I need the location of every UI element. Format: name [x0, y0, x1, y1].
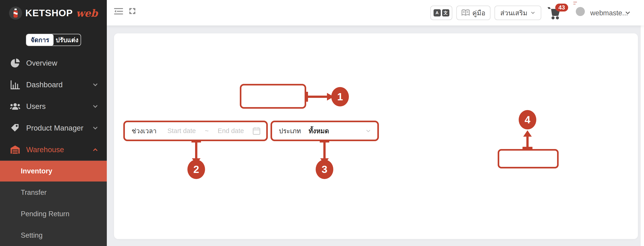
date-range-annotation-box: ช่วงเวลา Start date ~ End date — [123, 121, 268, 141]
topbar: A 文 คู่มือ ส่วนเสริม 43 ▪▪▪▪▪▪▪▪ webmast… — [107, 0, 644, 25]
sidebar-item-users[interactable]: Users — [0, 96, 107, 117]
toggle-customize[interactable]: ปรับแต่ง — [54, 34, 80, 45]
type-select-value: ทั้งหมด — [309, 126, 329, 136]
bar-chart-icon — [10, 80, 20, 90]
annotation-arrow-1-stem — [307, 96, 328, 98]
type-select[interactable]: ประเภท ทั้งหมด — [272, 122, 377, 140]
cart-badge: 43 — [555, 3, 568, 11]
username-label: webmaste... — [590, 9, 628, 17]
annotation-arrow-4-bar — [522, 147, 532, 149]
pie-chart-icon — [10, 58, 20, 68]
chevron-down-icon — [92, 125, 99, 131]
sidebar: KETSHOP web จัดการ ปรับแต่ง Overview Das… — [0, 0, 107, 246]
select-chevron-icon — [365, 128, 372, 134]
ketchup-bottle-icon — [9, 6, 22, 20]
sidebar-item-label: Inventory — [21, 167, 52, 175]
sidebar-item-transfer[interactable]: Transfer — [0, 182, 107, 203]
date-range-picker[interactable]: ช่วงเวลา Start date ~ End date — [125, 122, 266, 140]
user-menu-chevron-icon[interactable] — [624, 9, 631, 16]
sidebar-item-dashboard[interactable]: Dashboard — [0, 74, 107, 96]
sidebar-item-label: Dashboard — [26, 80, 62, 89]
sidebar-item-product-manager[interactable]: Product Manager — [0, 117, 107, 139]
sidebar-item-label: Users — [26, 102, 46, 111]
start-date-input[interactable]: Start date — [167, 127, 196, 135]
tag-icon — [10, 123, 20, 133]
sidebar-item-pending-return[interactable]: Pending Return — [0, 204, 107, 224]
sidebar-item-label: Setting — [21, 231, 43, 240]
type-label: ประเภท — [279, 126, 301, 136]
translate-icon: A — [434, 9, 441, 16]
menu-fold-icon[interactable] — [114, 6, 124, 16]
manual-button-label: คู่มือ — [472, 8, 486, 18]
warehouse-submenu: Inventory Transfer Pending Return Settin… — [0, 160, 107, 246]
sidebar-item-label: Pending Return — [21, 210, 69, 218]
brand-accent: web — [76, 7, 98, 19]
date-range-separator: ~ — [205, 127, 209, 135]
manual-button[interactable]: คู่มือ — [456, 6, 490, 20]
annotation-circle-1: 1 — [331, 87, 349, 106]
annotation-box-1 — [240, 84, 306, 109]
book-icon — [462, 9, 470, 16]
translate-icon-alt: 文 — [442, 9, 449, 16]
type-select-annotation-box: ประเภท ทั้งหมด — [270, 121, 379, 141]
chevron-down-icon — [92, 81, 99, 88]
annotation-circle-3: 3 — [316, 160, 333, 179]
annotation-circle-2: 2 — [188, 160, 205, 179]
date-range-label: ช่วงเวลา — [132, 126, 156, 136]
mode-toggle: จัดการ ปรับแต่ง — [26, 34, 81, 46]
sidebar-item-warehouse[interactable]: Warehouse — [0, 139, 107, 161]
users-icon — [10, 101, 20, 112]
annotation-arrow-2-stem — [195, 140, 197, 159]
sidebar-item-label: Warehouse — [26, 145, 64, 154]
end-date-input[interactable]: End date — [218, 127, 244, 135]
scrollbar-track[interactable] — [640, 25, 644, 246]
chevron-down-icon — [92, 103, 99, 110]
sidebar-item-label: Overview — [26, 59, 57, 67]
calendar-icon — [253, 127, 260, 135]
sidebar-item-overview[interactable]: Overview — [0, 52, 107, 74]
fullscreen-icon[interactable] — [128, 6, 137, 16]
language-button[interactable]: A 文 — [430, 6, 452, 20]
sidebar-item-inventory[interactable]: Inventory — [0, 161, 107, 182]
annotation-box-4 — [498, 149, 559, 168]
warehouse-icon — [10, 145, 20, 155]
sidebar-item-setting[interactable]: Setting — [0, 225, 107, 246]
annotation-arrow-4-stem — [526, 135, 528, 148]
toggle-manage[interactable]: จัดการ — [26, 34, 54, 45]
app-root: KETSHOP web จัดการ ปรับแต่ง Overview Das… — [0, 0, 644, 246]
addons-button-label: ส่วนเสริม — [500, 8, 527, 18]
sidebar-item-label: Product Manager — [26, 124, 83, 132]
addons-button[interactable]: ส่วนเสริม — [494, 6, 541, 20]
chevron-down-icon — [530, 10, 536, 15]
brand-logo[interactable]: KETSHOP web — [0, 5, 107, 21]
annotation-arrow-3-stem — [323, 140, 326, 159]
chevron-up-icon — [92, 146, 99, 153]
annotation-circle-4: 4 — [519, 110, 536, 129]
sidebar-item-label: Transfer — [21, 189, 46, 197]
brand-name: KETSHOP — [25, 8, 73, 18]
